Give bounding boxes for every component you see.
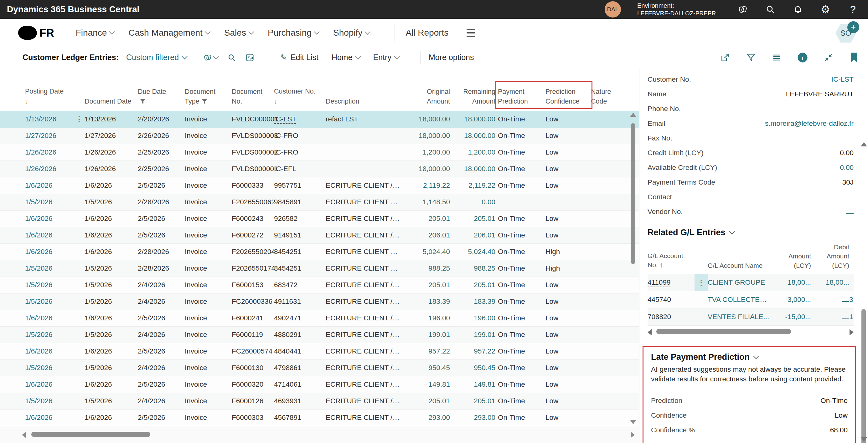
company-avatar[interactable]: DAL [604,1,621,18]
cell-posting-date[interactable]: 1/5/2026 [25,298,73,306]
cell-document-no[interactable]: F6000333 [232,181,274,190]
cell-payment-prediction[interactable]: On-Time [498,132,546,140]
gl-cell-amount[interactable]: -3,000... [774,296,814,304]
gl-row[interactable]: 445740TVA COLLECTEE ...-3,000...3 [648,291,854,308]
cell-document-no[interactable]: F6000303 [232,414,274,422]
field-value[interactable] [846,208,854,216]
cell-document-no[interactable]: FVLDS000003 [232,132,274,140]
cell-customer-no[interactable]: 9845891 [274,198,326,206]
cell-payment-prediction[interactable]: On-Time [498,231,546,239]
cell-posting-date[interactable]: 1/6/2026 [25,414,73,422]
cell-original-amount[interactable]: 196.00 [407,314,453,322]
col-due-date[interactable]: Due Date [138,87,185,111]
cell-payment-prediction[interactable]: On-Time [498,115,546,123]
cell-due-date[interactable]: 2/25/2026 [138,165,185,173]
cell-description[interactable]: ECRITURE CLIENT / 214... [326,298,407,306]
table-row[interactable]: 1/13/2026⋮1/13/20262/20/2026InvoiceFVLDC… [0,111,639,128]
cell-original-amount[interactable]: 206.01 [407,231,453,239]
cell-document-date[interactable]: 1/5/2026 [85,397,138,405]
help-icon[interactable]: ? [847,4,859,15]
gl-row[interactable]: 708820VENTES FILIALE...-15,00...1 [648,308,854,326]
scroll-down-arrow[interactable] [861,437,867,442]
col-document-date[interactable]: Document Date [85,97,138,111]
gl-col-account-name[interactable]: G/L Account Name [708,261,774,270]
cell-description[interactable]: ECRITURE CLIENT / 636... [326,314,407,322]
cell-payment-prediction[interactable]: On-Time [498,347,546,355]
cell-document-no[interactable]: F2026550204 [232,248,274,256]
cell-original-amount[interactable]: 205.01 [407,215,453,223]
cell-prediction-confidence[interactable]: Low [546,148,591,157]
cell-document-no[interactable]: F6000130 [232,364,274,372]
table-row[interactable]: 1/26/20261/26/20262/25/2026InvoiceFVLDS0… [0,144,639,161]
field-value[interactable]: IC-LST [831,75,854,83]
scroll-thumb[interactable] [31,432,150,437]
cell-prediction-confidence[interactable]: High [546,248,591,256]
cell-description[interactable]: ECRITURE CLIENT / 072... [326,397,407,405]
cell-document-no[interactable]: FVLDC000001 [232,115,274,123]
nav-item-purchasing[interactable]: Purchasing [268,28,319,38]
cell-remaining-amount[interactable]: 18,000.00 [453,165,498,173]
cell-document-date[interactable]: 1/6/2026 [85,248,138,256]
cell-document-date[interactable]: 1/5/2026 [85,331,138,339]
cell-document-no[interactable]: F6000153 [232,281,274,289]
nav-item-finance[interactable]: Finance [76,28,114,38]
cell-document-date[interactable]: 1/26/2026 [85,148,138,157]
cell-document-no[interactable]: FVLDS000001 [232,165,274,173]
cell-due-date[interactable]: 2/5/2026 [138,380,185,388]
scroll-thumb[interactable] [631,123,636,264]
cell-document-no[interactable]: F6000241 [232,314,274,322]
cell-payment-prediction[interactable]: On-Time [498,298,546,306]
cell-payment-prediction[interactable]: On-Time [498,248,546,256]
cell-document-no[interactable]: FC26000574 [232,347,274,355]
col-payment-prediction[interactable]: Payment Prediction [498,87,546,111]
cell-original-amount[interactable]: 183.39 [407,298,453,306]
scroll-thumb[interactable] [656,329,791,334]
table-row[interactable]: 1/26/20261/26/20262/25/2026InvoiceFVLDS0… [0,161,639,177]
cell-prediction-confidence[interactable]: Low [546,331,591,339]
cell-remaining-amount[interactable]: 205.01 [453,281,498,289]
cell-remaining-amount[interactable]: 149.81 [453,380,498,388]
cell-document-type[interactable]: Invoice [185,198,232,206]
cell-due-date[interactable]: 2/20/2026 [138,115,185,123]
nav-item-shopify[interactable]: Shopify [333,28,370,38]
cell-posting-date[interactable]: 1/13/2026 [25,115,73,123]
cell-document-date[interactable]: 1/5/2026 [85,198,138,206]
table-row[interactable]: 1/6/20261/6/20262/5/2026InvoiceFC2600057… [0,343,639,360]
empty-value-dash[interactable] [842,301,849,302]
cell-prediction-confidence[interactable]: Low [546,364,591,372]
cell-document-type[interactable]: Invoice [185,331,232,339]
cell-description[interactable]: ECRITURE CLIENT / 176... [326,215,407,223]
cell-document-type[interactable]: Invoice [185,414,232,422]
cell-due-date[interactable]: 2/4/2026 [138,298,185,306]
table-row[interactable]: 1/5/20261/5/20262/4/2026InvoiceF60001194… [0,327,639,343]
menu-icon[interactable] [467,29,475,37]
cell-customer-no[interactable]: 4714061 [274,380,326,388]
cell-prediction-confidence[interactable]: Low [546,181,591,190]
cell-prediction-confidence[interactable]: Low [546,380,591,388]
settings-icon[interactable]: ⚙ [820,4,831,15]
cell-document-type[interactable]: Invoice [185,364,232,372]
search-icon[interactable] [765,4,776,15]
table-row[interactable]: 1/6/20261/6/20262/5/2026InvoiceF60003339… [0,177,639,194]
cell-payment-prediction[interactable]: On-Time [498,331,546,339]
table-row[interactable]: 1/5/20261/5/20262/4/2026InvoiceF60001264… [0,393,639,410]
gl-cell-debit-amount[interactable]: 18,00... [814,278,849,286]
cell-posting-date[interactable]: 1/6/2026 [25,347,73,355]
collapse-icon[interactable] [824,53,834,63]
cell-original-amount[interactable]: 199.01 [407,331,453,339]
search-icon[interactable] [227,53,236,62]
cell-document-date[interactable]: 1/6/2026 [85,215,138,223]
cell-remaining-amount[interactable]: 18,000.00 [453,115,498,123]
cell-original-amount[interactable]: 205.01 [407,281,453,289]
cell-posting-date[interactable]: 1/6/2026 [25,215,73,223]
cell-customer-no[interactable]: IC-FRO [274,148,326,157]
cell-customer-no[interactable]: 4902471 [274,314,326,322]
col-description[interactable]: Description [326,97,407,111]
table-row[interactable]: 1/6/20261/6/20262/5/2026InvoiceF60002729… [0,227,639,244]
cell-original-amount[interactable]: 5,024.40 [407,248,453,256]
filter-icon[interactable] [746,53,756,63]
col-document-no[interactable]: Document No. [232,87,274,111]
cell-document-type[interactable]: Invoice [185,264,232,272]
gl-cell-account-no[interactable]: 411099 [648,278,694,286]
cell-original-amount[interactable]: 18,000.00 [407,132,453,140]
